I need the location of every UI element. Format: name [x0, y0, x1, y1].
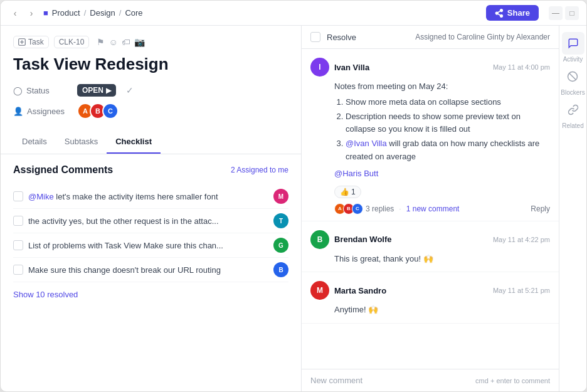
flag-icon[interactable]: ⚑ [97, 37, 105, 47]
related-label: Related [562, 122, 583, 129]
comment-input[interactable] [310, 376, 475, 385]
maximize-button[interactable]: □ [565, 6, 579, 20]
item-checkbox-2[interactable] [13, 216, 23, 226]
image-icon[interactable]: 📷 [134, 37, 145, 47]
back-button[interactable]: ‹ [8, 6, 22, 20]
item-text-1: @Mike let's make the activity items here… [28, 192, 218, 201]
comment-avatar-3: M [310, 281, 329, 300]
checklist-item-2: the activity yes, but the other request … [13, 209, 288, 233]
forward-button[interactable]: › [24, 6, 38, 20]
section-title: Assigned Comments [13, 164, 113, 176]
item-text-3: List of problems with Task View Make sur… [28, 241, 223, 250]
comment-footer-1: A B C 3 replies · 1 new comment Reply [310, 203, 550, 215]
item-checkbox-1[interactable] [13, 191, 23, 201]
new-comment-link[interactable]: 1 new comment [406, 204, 460, 213]
nav-arrows: ‹ › [8, 6, 38, 20]
comments-area: I Ivan Villa May 11 at 4:00 pm Notes fro… [302, 49, 559, 369]
share-icon [495, 9, 504, 18]
status-badge[interactable]: OPEN ▶ [77, 84, 116, 97]
checklist-item-3: List of problems with Task View Make sur… [13, 233, 288, 258]
item-avatar-2: T [273, 213, 288, 228]
resolve-checkbox[interactable] [310, 32, 320, 42]
task-meta-icons: ⚑ ☺ 🏷 📷 [97, 37, 144, 47]
comment-time-3: May 11 at 5:21 pm [493, 287, 550, 294]
blockers-sidebar-item[interactable]: Blockers [561, 65, 584, 96]
status-label: OPEN [82, 86, 103, 95]
reply-button-1[interactable]: Reply [531, 204, 550, 213]
breadcrumb-product: Product [52, 8, 80, 18]
task-id: CLK-10 [54, 36, 90, 48]
comment-list-1: Show more meta data on collapse sections… [334, 96, 550, 164]
assignees-field-label: 👤 Assignees [13, 107, 70, 116]
reaction-count: 1 [351, 188, 356, 196]
resolve-label: Resolve [327, 33, 356, 42]
resolve-bar: Resolve Assigned to Caroline Ginty by Al… [302, 26, 559, 49]
footer-avatars: A B C [334, 203, 361, 215]
checklist-item-1: @Mike let's make the activity items here… [13, 184, 288, 209]
item-avatar-4: B [273, 262, 288, 277]
activity-area: Resolve Assigned to Caroline Ginty by Al… [302, 26, 559, 391]
comment-avatar-1: I [310, 58, 329, 77]
assignee-icon: 👤 [13, 107, 23, 116]
svg-line-2 [569, 73, 576, 80]
comment-list-item-2: Description needs to show some preview t… [346, 110, 550, 137]
item-text-4: Make sure this change doesn't break our … [28, 265, 221, 275]
emoji-icon[interactable]: ☺ [108, 37, 117, 47]
tab-subtasks[interactable]: Subtasks [56, 130, 107, 154]
share-button[interactable]: Share [486, 5, 539, 21]
show-resolved-link[interactable]: Show 10 resolved [13, 290, 78, 299]
comment-author-1: Ivan Villa [334, 63, 369, 72]
section-header: Assigned Comments 2 Assigned to me [13, 164, 288, 176]
left-panel: Task CLK-10 ⚑ ☺ 🏷 📷 Task View Redesign ◯… [1, 26, 302, 391]
assigned-by-info: Assigned to Caroline Ginty by Alexander [415, 33, 550, 41]
comment-body-1: Notes from meeting on May 24: Show more … [310, 80, 550, 181]
tag-icon[interactable]: 🏷 [122, 37, 130, 47]
tab-checklist[interactable]: Checklist [107, 130, 161, 154]
item-checkbox-3[interactable] [13, 240, 23, 250]
comment-author-3: Marta Sandro [334, 286, 386, 295]
related-icon [562, 98, 584, 121]
task-meta-bar: Task CLK-10 ⚑ ☺ 🏷 📷 [13, 36, 288, 48]
comment-time-1: May 11 at 4:00 pm [493, 63, 550, 71]
task-header: Task CLK-10 ⚑ ☺ 🏷 📷 Task View Redesign ◯… [1, 26, 301, 125]
blockers-icon [561, 65, 584, 88]
item-checkbox-4[interactable] [13, 265, 23, 275]
activity-sidebar-item[interactable]: Activity [562, 32, 584, 63]
comment-list-item-3: @Ivan Villa will grab data on how many c… [346, 137, 550, 164]
comment-block-2: B Brendan Wolfe May 11 at 4:22 pm This i… [302, 221, 559, 273]
status-arrow-icon: ▶ [106, 87, 111, 95]
status-field-label: ◯ Status [13, 86, 70, 95]
activity-label: Activity [563, 56, 583, 63]
title-bar: ‹ › ■ Product / Design / Core Share ― □ [1, 1, 586, 26]
related-sidebar-item[interactable]: Related [562, 98, 584, 129]
task-type-icon [18, 38, 26, 46]
comment-intro-1: Notes from meeting on May 24: [334, 80, 550, 93]
comment-body-2: This is great, thank you! 🙌 [310, 253, 550, 266]
product-icon: ■ [43, 8, 48, 18]
reaction-emoji: 👍 [340, 188, 349, 196]
comment-body-3: Anytime! 🙌 [310, 304, 550, 317]
assigned-to-me-link[interactable]: 2 Assigned to me [231, 166, 288, 174]
task-type-label: Task [28, 38, 44, 46]
checklist-item-4: Make sure this change doesn't break our … [13, 258, 288, 282]
share-label: Share [507, 8, 530, 18]
comment-header-2: B Brendan Wolfe May 11 at 4:22 pm [310, 230, 550, 249]
comment-tag-1: @Haris Butt [334, 167, 550, 181]
replies-link[interactable]: 3 replies [366, 204, 394, 213]
comment-avatar-2: B [310, 230, 329, 249]
comment-text-2: This is great, thank you! 🙌 [334, 254, 433, 263]
reaction-thumbsup[interactable]: 👍 1 [334, 186, 361, 198]
item-avatar-1: M [273, 189, 288, 204]
tab-details[interactable]: Details [13, 130, 56, 154]
activity-icon [562, 32, 584, 55]
comment-block-3: M Marta Sandro May 11 at 5:21 pm Anytime… [302, 272, 559, 324]
status-check-icon[interactable]: ✓ [126, 85, 134, 95]
breadcrumb-design: Design [90, 8, 115, 18]
task-type-badge: Task [13, 36, 49, 48]
task-title: Task View Redesign [13, 55, 288, 74]
item-text-2: the activity yes, but the other request … [28, 216, 219, 226]
blockers-label: Blockers [561, 89, 584, 96]
comment-header-1: I Ivan Villa May 11 at 4:00 pm [310, 58, 550, 77]
assignees-list: A B C [77, 103, 115, 119]
minimize-button[interactable]: ― [549, 6, 563, 20]
